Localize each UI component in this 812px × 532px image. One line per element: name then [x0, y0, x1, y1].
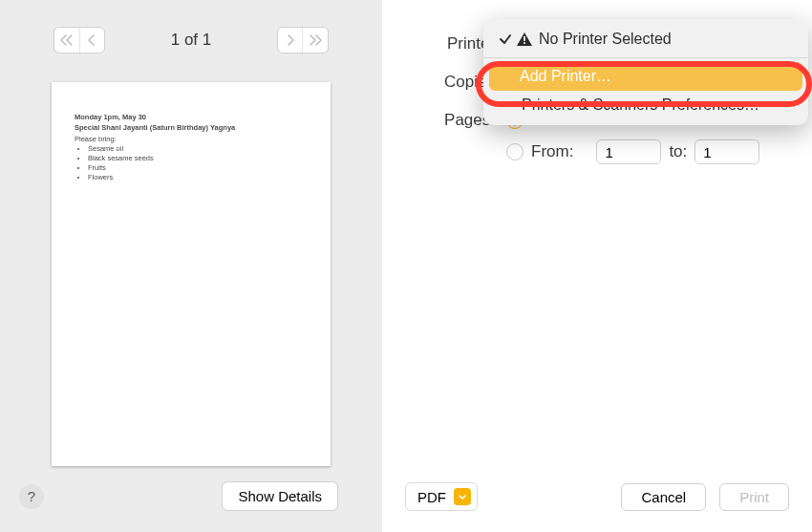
dropdown-separator: [483, 57, 808, 58]
nav-first-prev-group: [53, 27, 105, 53]
preview-pane: 1 of 1 Monday 1pm, May 30 Special Shani …: [0, 0, 382, 532]
printer-label: Printer: [382, 34, 495, 53]
double-chevron-left-icon: [60, 34, 74, 46]
printer-dropdown-menu: No Printer Selected Add Printer… Printer…: [483, 19, 808, 125]
prev-page-button[interactable]: [79, 28, 105, 53]
page-indicator: 1 of 1: [171, 31, 212, 50]
dropdown-item-preferences[interactable]: Printers & Scanners Preferences…: [483, 91, 808, 119]
check-icon: [497, 32, 514, 46]
chevron-left-icon: [87, 34, 96, 46]
pdf-dropdown-button[interactable]: PDF: [405, 482, 478, 511]
list-item: Fruits: [88, 163, 308, 173]
help-icon: ?: [28, 488, 35, 504]
pages-label: Pages:: [382, 111, 495, 130]
chevron-down-icon: [454, 488, 471, 505]
list-item: Sesame oil: [88, 144, 308, 154]
pages-range-row: From: to:: [382, 139, 785, 164]
help-button[interactable]: ?: [19, 484, 44, 509]
list-item: Flowers: [88, 173, 308, 182]
list-item: Black sesame seeds: [88, 154, 308, 163]
pdf-label: PDF: [417, 489, 446, 505]
controls-footer: PDF Cancel Print: [382, 482, 812, 532]
from-label: From:: [531, 142, 573, 161]
print-button[interactable]: Print: [719, 483, 789, 511]
svg-rect-0: [524, 36, 525, 41]
doc-line2: Special Shani Jayanti (Saturn Birthday) …: [75, 123, 308, 133]
dropdown-item-label: Add Printer…: [520, 68, 611, 85]
svg-rect-1: [524, 42, 525, 44]
dropdown-item-label: No Printer Selected: [539, 31, 672, 48]
last-page-button[interactable]: [302, 28, 328, 53]
first-page-button[interactable]: [54, 28, 79, 53]
dropdown-item-no-printer[interactable]: No Printer Selected: [483, 25, 808, 53]
chevron-right-icon: [286, 34, 295, 46]
page-preview: Monday 1pm, May 30 Special Shani Jayanti…: [52, 82, 331, 466]
dropdown-item-add-printer[interactable]: Add Printer…: [489, 62, 802, 91]
from-input[interactable]: [596, 139, 661, 164]
to-label: to:: [669, 142, 687, 161]
footer-right: Cancel Print: [621, 483, 789, 511]
warning-icon: [516, 32, 533, 47]
preview-footer: ? Show Details: [0, 466, 382, 532]
show-details-button[interactable]: Show Details: [222, 481, 338, 511]
copies-label: Copies: [382, 73, 495, 92]
doc-line3: Please bring:: [75, 135, 308, 144]
next-page-button[interactable]: [278, 28, 303, 53]
preview-header: 1 of 1: [0, 0, 382, 65]
doc-line1: Monday 1pm, May 30: [75, 113, 308, 122]
cancel-button[interactable]: Cancel: [621, 483, 706, 511]
double-chevron-right-icon: [309, 34, 322, 46]
to-input[interactable]: [694, 139, 759, 164]
nav-next-last-group: [277, 27, 329, 53]
pages-range-radio[interactable]: [506, 143, 524, 160]
dropdown-item-label: Printers & Scanners Preferences…: [522, 96, 759, 114]
doc-list: Sesame oil Black sesame seeds Fruits Flo…: [88, 144, 308, 181]
